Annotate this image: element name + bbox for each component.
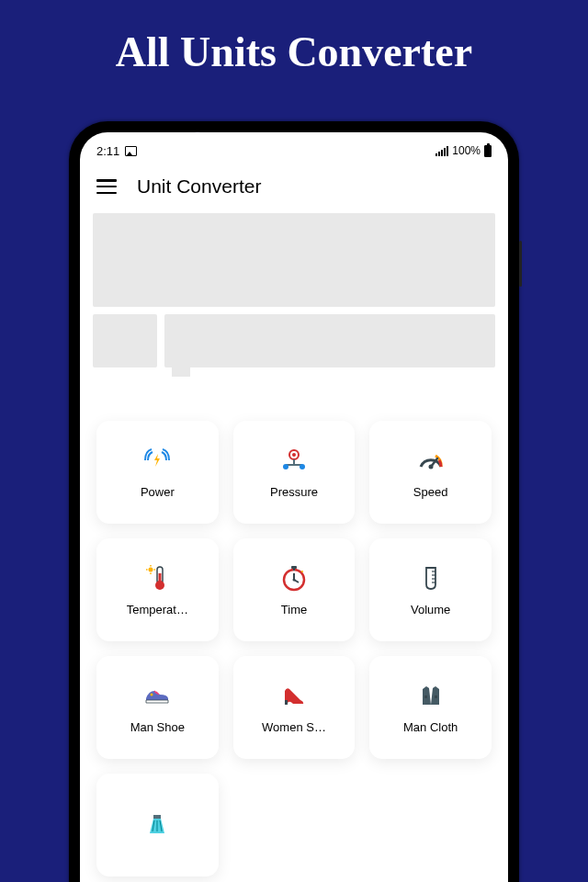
tile-label: Temperat… <box>127 603 188 616</box>
svg-point-22 <box>301 571 303 572</box>
tile-label: Pressure <box>270 485 318 499</box>
speed-icon <box>417 447 445 474</box>
battery-icon <box>484 145 492 157</box>
battery-percent: 100% <box>452 144 481 157</box>
tile-pressure[interactable]: Pressure <box>233 421 356 524</box>
svg-point-4 <box>283 464 288 469</box>
tile-temperature[interactable]: Temperat… <box>96 538 219 641</box>
status-right: 100% <box>435 144 492 157</box>
image-icon <box>125 146 137 156</box>
tile-man-shoe[interactable]: Man Shoe <box>96 656 219 759</box>
svg-point-11 <box>149 567 153 571</box>
ad-placeholder <box>93 213 495 307</box>
ad-placeholder-row <box>93 314 495 375</box>
tile-partial[interactable] <box>96 774 219 876</box>
status-time: 2:11 <box>96 144 119 158</box>
tile-women-shoe[interactable]: Women S… <box>233 656 356 759</box>
ad-placeholder <box>164 314 495 368</box>
signal-icon <box>435 146 448 156</box>
women-shoe-icon <box>280 682 308 709</box>
svg-point-1 <box>292 453 296 457</box>
tile-label: Volume <box>411 603 450 616</box>
svg-point-27 <box>151 693 153 695</box>
status-bar: 2:11 100% <box>80 138 508 164</box>
man-shoe-icon <box>143 682 171 709</box>
temperature-icon <box>143 564 171 592</box>
tile-label: Time <box>281 603 307 616</box>
tile-time[interactable]: Time <box>233 538 356 641</box>
app-title: Unit Converter <box>137 175 261 198</box>
menu-icon[interactable] <box>96 179 117 194</box>
phone-side-button <box>519 241 522 287</box>
content: Power Pressure <box>80 209 508 876</box>
tile-label: Man Cloth <box>403 720 458 734</box>
tile-label: Man Shoe <box>130 720 185 734</box>
ad-placeholder <box>93 314 157 368</box>
tile-label: Women S… <box>262 720 326 734</box>
category-grid: Power Pressure <box>93 421 495 876</box>
tile-power[interactable]: Power <box>96 421 219 524</box>
svg-rect-28 <box>285 700 288 705</box>
promo-title: All Units Converter <box>0 0 588 95</box>
tile-label: Power <box>141 485 175 499</box>
app-bar: Unit Converter <box>80 164 508 209</box>
svg-point-5 <box>300 464 305 469</box>
phone-frame: 2:11 100% Unit Converter <box>69 121 519 882</box>
screen: 2:11 100% Unit Converter <box>80 132 508 882</box>
svg-rect-31 <box>153 815 161 819</box>
man-cloth-icon <box>417 682 445 709</box>
tile-volume[interactable]: Volume <box>369 538 492 641</box>
svg-rect-30 <box>435 695 437 698</box>
volume-icon <box>417 564 445 592</box>
pressure-icon <box>280 447 308 474</box>
tile-speed[interactable]: Speed <box>369 421 492 524</box>
svg-rect-29 <box>424 695 427 698</box>
svg-rect-10 <box>159 573 162 584</box>
tile-man-cloth[interactable]: Man Cloth <box>369 656 492 759</box>
status-left: 2:11 <box>96 144 137 158</box>
skirt-icon <box>143 811 171 839</box>
power-icon <box>143 447 171 474</box>
tile-label: Speed <box>413 485 448 499</box>
time-icon <box>280 564 308 592</box>
svg-rect-17 <box>291 566 297 569</box>
